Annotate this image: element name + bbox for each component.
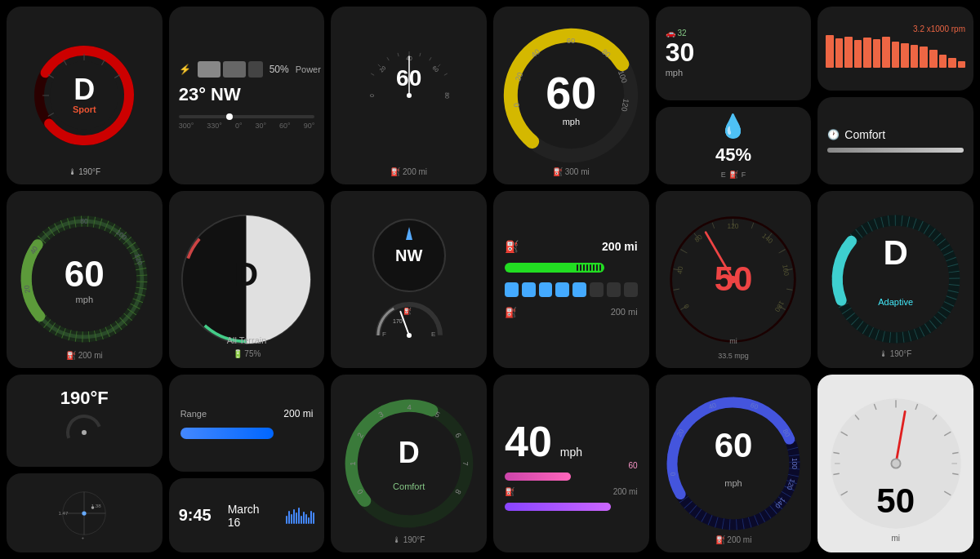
- speed-30: 30: [666, 38, 695, 68]
- tick-60: 60°: [279, 122, 291, 130]
- water-pct: 45%: [715, 144, 751, 166]
- av-bar-2: [288, 511, 290, 524]
- svg-text:120: 120: [620, 98, 631, 112]
- drive-mode-name: Sport: [73, 104, 96, 114]
- svg-line-14: [444, 73, 448, 75]
- av-bar-8: [303, 512, 305, 524]
- white-speed: 50: [876, 481, 915, 521]
- av-bar-12: [313, 512, 314, 524]
- teal-ring-widget: D Adaptive 🌡 190°F: [817, 191, 973, 369]
- rpm-comfort-stack: 3.2 x1000 rpm 🕐: [817, 7, 973, 184]
- tick-7: [596, 264, 598, 271]
- green-unit: mph: [65, 295, 105, 304]
- fuel-top: ⛽ 200 mi: [505, 240, 638, 253]
- svg-text:0: 0: [682, 303, 691, 310]
- pink-bar-label: 60: [629, 461, 638, 470]
- date-text: March 16: [228, 503, 270, 529]
- comfort-gauge-widget: 0 1 2 3 4 5 6 7 8 D Comfort 🌡 190°F: [331, 375, 487, 552]
- svg-text:7: 7: [461, 462, 470, 466]
- svg-text:170: 170: [393, 318, 403, 324]
- svg-text:180: 180: [773, 299, 786, 313]
- compass-heading: 23° NW: [179, 84, 315, 105]
- svg-line-58: [674, 289, 679, 290]
- fuel-mi: 200 mi: [602, 240, 638, 253]
- fuel-icon-small: ⛽: [729, 171, 738, 179]
- av-bar-10: [308, 517, 310, 524]
- compass-fuel-widget: NW F E ⛽ 170: [331, 191, 487, 369]
- tick-330: 330°: [207, 122, 222, 130]
- yellow-unit: mph: [563, 117, 580, 126]
- svg-text:E: E: [431, 331, 435, 338]
- svg-text:120: 120: [728, 222, 739, 230]
- svg-point-80: [826, 210, 965, 348]
- svg-text:1.47: 1.47: [59, 509, 69, 515]
- all-terrain-widget: D All Terrain 🔋 75%: [169, 191, 325, 369]
- svg-point-51: [407, 333, 412, 338]
- av-bar-4: [293, 509, 295, 524]
- temp-crosshair-stack: 190°F 1.47 1.38 +: [7, 375, 163, 552]
- tick-0: 0°: [235, 122, 243, 130]
- svg-text:40: 40: [675, 265, 685, 274]
- tick-1: [577, 264, 578, 271]
- tick-90: 90°: [304, 122, 315, 130]
- dashboard-grid: D Sport 🌡 190°F ⚡ 50% Power 23° NW 300° …: [0, 0, 980, 559]
- svg-line-11: [419, 53, 420, 56]
- drop-icon: 💧: [719, 113, 747, 140]
- svg-text:80: 80: [81, 217, 89, 225]
- svg-text:0: 0: [368, 94, 374, 97]
- svg-text:1.38: 1.38: [91, 503, 101, 508]
- rpm-bar-6: [873, 39, 881, 68]
- temp-190: 190°F: [60, 388, 109, 409]
- range-label: Range: [180, 409, 207, 419]
- svg-text:80: 80: [443, 92, 449, 99]
- rpm-bar-5: [863, 38, 871, 68]
- battery-compass-widget: ⚡ 50% Power 23° NW 300° 330° 0° 30° 60° …: [169, 7, 325, 184]
- rpm-bar-13: [939, 55, 947, 68]
- blue-seg-4: [555, 282, 569, 297]
- blue-bars: [505, 282, 638, 297]
- bat-seg-3: [248, 61, 263, 78]
- av-bar-11: [310, 511, 312, 524]
- svg-text:100: 100: [791, 458, 799, 469]
- bat-seg-1: [198, 61, 220, 78]
- svg-line-64: [752, 223, 755, 228]
- yellow-fuel: ⛽ 300 mi: [553, 167, 590, 176]
- drive-mode-letter: D: [73, 75, 96, 104]
- svg-text:20: 20: [23, 285, 33, 294]
- adaptive-label: Adaptive: [878, 297, 913, 307]
- e-label: E: [721, 171, 726, 179]
- comfort-mode: Comfort: [393, 481, 425, 491]
- svg-line-15: [398, 53, 399, 56]
- blue-seg-7: [607, 282, 621, 297]
- vertical-speedo-widget: 40 20 0 60 80 60 ⛽ 200 mi: [331, 7, 487, 184]
- av-bar-7: [301, 516, 302, 524]
- battery-bars: [198, 61, 263, 78]
- rpm-bar-10: [911, 45, 919, 68]
- blue-speed: 60: [715, 426, 753, 465]
- leaf-icon-speed: 🚗 32: [666, 29, 687, 38]
- svg-text:+: +: [82, 534, 85, 539]
- rpm-bar-15: [958, 61, 966, 68]
- all-terrain-svg: D: [171, 204, 322, 355]
- range-row: Range 200 mi: [180, 408, 314, 419]
- temp-widget: 190°F: [7, 375, 163, 467]
- av-bar-6: [298, 508, 300, 524]
- comfort-label: Comfort: [844, 128, 885, 141]
- blue-seg-8: [624, 282, 638, 297]
- crosshair-svg: 1.47 1.38 +: [56, 485, 113, 542]
- sport-gauge-widget: D Sport 🌡 190°F: [7, 7, 163, 184]
- comfort-temp: 🌡 190°F: [393, 535, 425, 544]
- svg-text:20: 20: [514, 71, 525, 82]
- rpm-title: 3.2 x1000 rpm: [826, 24, 965, 33]
- compass-dot: [226, 113, 233, 120]
- green-ring-widget: 20 40 80 100 120 60 mph ⛽ 200 mi: [7, 191, 163, 369]
- av-bar-5: [296, 512, 297, 524]
- rpm-bar-11: [920, 47, 928, 68]
- blue-seg-3: [539, 282, 553, 297]
- compass-needle: [406, 227, 412, 240]
- yellow-speed: 60: [546, 66, 596, 119]
- range-time-stack: Range 200 mi 9:45 March 16: [169, 375, 325, 552]
- tick-300: 300°: [179, 122, 194, 130]
- tick-30: 30°: [255, 122, 266, 130]
- rpm-bars: [826, 35, 965, 68]
